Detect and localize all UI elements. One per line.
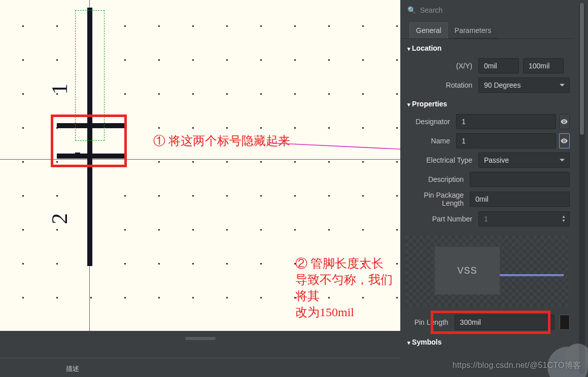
rotation-label: Rotation bbox=[402, 81, 478, 89]
search-input[interactable]: Search bbox=[420, 6, 570, 14]
section-header-location[interactable]: Location bbox=[400, 39, 575, 56]
part-number-input[interactable] bbox=[478, 211, 570, 227]
name-label: Name bbox=[402, 137, 456, 145]
tab-general[interactable]: General bbox=[409, 22, 448, 39]
bottom-tab-label[interactable]: 描述 bbox=[66, 365, 79, 372]
pin-preview: VSS bbox=[405, 236, 570, 307]
name-input[interactable] bbox=[456, 133, 556, 148]
xy-label: (X/Y) bbox=[402, 62, 478, 70]
description-input[interactable] bbox=[470, 172, 570, 187]
preview-pin-line bbox=[500, 274, 564, 276]
electrical-type-select[interactable]: Passive bbox=[478, 153, 570, 168]
annotation-text-2-line2: 导致不匀称，我们将其 bbox=[295, 272, 400, 304]
designator-visibility-toggle[interactable] bbox=[559, 114, 570, 129]
eye-icon bbox=[560, 118, 568, 126]
preview-label: VSS bbox=[457, 266, 477, 276]
section-header-properties[interactable]: Properties bbox=[400, 95, 575, 112]
scrollbar-thumb[interactable] bbox=[580, 3, 584, 135]
name-visibility-toggle[interactable] bbox=[559, 133, 570, 148]
tab-parameters[interactable]: Parameters bbox=[448, 22, 498, 39]
scrollbar-track[interactable] bbox=[579, 3, 585, 374]
panel-drag-handle[interactable] bbox=[185, 337, 216, 340]
pin-designator-1: 1 bbox=[47, 84, 73, 95]
x-input[interactable] bbox=[478, 58, 519, 73]
annotation-text-2-line3: 改为150mil bbox=[295, 304, 400, 320]
bottom-tab-bar[interactable]: 描述 bbox=[0, 358, 400, 377]
annotation-text-2: ② 管脚长度太长 导致不匀称，我们将其 改为150mil bbox=[295, 255, 400, 320]
designator-input[interactable] bbox=[456, 114, 556, 129]
y-input[interactable] bbox=[523, 58, 564, 73]
electrical-type-label: Electrical Type bbox=[402, 156, 478, 164]
pin-length-label: Pin Length bbox=[402, 318, 455, 326]
pin-package-length-input[interactable] bbox=[470, 192, 570, 207]
designator-label: Designator bbox=[402, 118, 456, 126]
section-header-symbols[interactable]: Symbols bbox=[400, 333, 575, 350]
bottom-strip: 描述 bbox=[0, 331, 400, 377]
search-icon: 🔍 bbox=[407, 6, 416, 14]
properties-panel: 🔍 Search General Parameters Location (X/… bbox=[400, 0, 588, 377]
annotation-text-2-line1: ② 管脚长度太长 bbox=[295, 255, 400, 272]
pin-length-input[interactable] bbox=[455, 315, 555, 330]
schematic-canvas[interactable]: (function(){ // This script runs before … bbox=[0, 0, 400, 377]
rotation-select[interactable]: 90 Degrees bbox=[478, 78, 570, 93]
preview-body: VSS bbox=[435, 247, 500, 294]
part-number-label: Part Number bbox=[402, 215, 478, 223]
description-label: Description bbox=[402, 175, 470, 183]
annotation-text-1: ① 将这两个标号隐藏起来 bbox=[153, 133, 290, 149]
pin-color-toggle[interactable] bbox=[560, 315, 570, 330]
pin-package-length-label: Pin Package Length bbox=[402, 191, 470, 207]
pin-designator-2: 2 bbox=[47, 213, 73, 224]
annotation-highlight-1 bbox=[51, 115, 127, 167]
eye-icon bbox=[560, 137, 568, 145]
part-number-down[interactable]: ▼ bbox=[560, 219, 568, 222]
